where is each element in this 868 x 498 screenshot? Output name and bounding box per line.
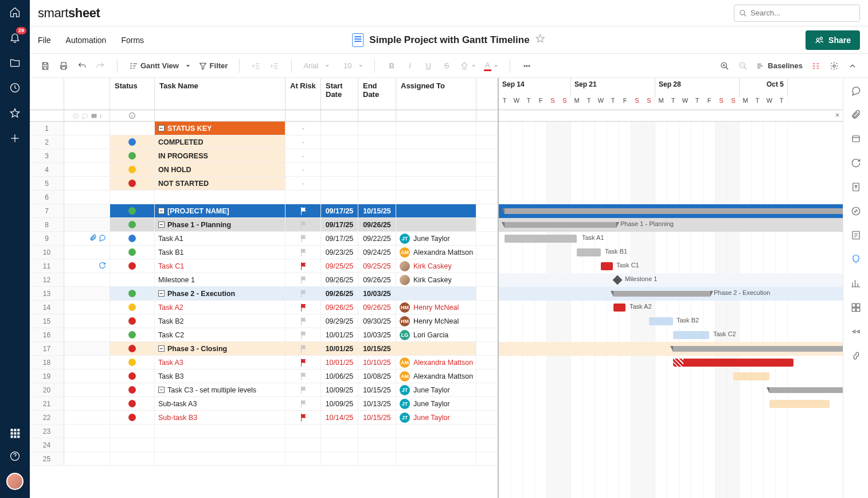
gantt-bar[interactable] [673,331,709,339]
start-header[interactable]: Start Date [321,78,358,110]
risk-cell[interactable] [286,190,321,204]
gantt-summary-bar[interactable] [769,387,843,393]
assigned-to-cell[interactable] [396,122,476,135]
conversations-icon[interactable] [850,85,862,96]
help-icon[interactable] [9,450,21,462]
text-color-icon[interactable]: A [482,58,501,74]
gantt-summary-bar[interactable] [505,208,843,214]
start-date-cell[interactable]: 10/01/25 [321,356,358,369]
gantt-summary-bar[interactable] [673,346,843,352]
start-date-cell[interactable] [321,190,358,204]
start-date-cell[interactable]: 09/17/25 [321,232,358,245]
underline-icon[interactable]: U [421,58,436,74]
start-date-cell[interactable]: 10/09/25 [321,383,358,396]
start-date-cell[interactable] [321,122,358,135]
row-number[interactable]: 21 [30,397,64,410]
assigned-to-cell[interactable]: JTJune Taylor [396,411,476,424]
start-date-cell[interactable]: 09/23/25 [321,246,358,259]
assigned-to-cell[interactable] [396,438,476,452]
row-number[interactable]: 5 [30,177,64,190]
grid-row[interactable]: 9Task A109/17/2509/22/25JTJune Taylor [30,232,498,246]
risk-cell[interactable]: - [286,149,321,162]
browse-icon[interactable] [9,56,21,69]
assign-header[interactable]: Assigned To [396,78,476,110]
task-cell[interactable]: IN PROGRESS [155,149,286,162]
start-date-cell[interactable]: 10/14/25 [321,411,358,424]
end-date-cell[interactable]: 10/15/25 [358,342,396,355]
grid-row[interactable]: 18Task A310/01/2510/10/25AMAlexandra Mat… [30,356,498,369]
summary-icon[interactable] [850,229,862,241]
start-date-cell[interactable]: 09/25/25 [321,259,358,273]
assigned-to-cell[interactable] [396,149,476,162]
risk-header[interactable]: At Risk [286,78,321,110]
start-date-cell[interactable]: 10/06/25 [321,369,358,383]
status-cell[interactable] [110,301,155,314]
assigned-to-cell[interactable]: HMHenry McNeal [396,301,476,314]
brand-logo[interactable]: smartsheet [38,6,100,21]
end-date-cell[interactable] [358,149,396,162]
status-header[interactable]: Status [110,78,155,110]
grid-row[interactable]: 16Task C210/01/2510/03/25LGLori Garcia [30,328,498,342]
gantt-close-icon[interactable]: × [835,111,839,119]
app-launcher-icon[interactable] [9,427,21,439]
collapse-toggle[interactable]: − [158,221,165,228]
row-number[interactable]: 10 [30,246,64,259]
row-number[interactable]: 25 [30,452,64,465]
status-cell[interactable] [110,149,155,162]
task-cell[interactable] [155,438,286,452]
grid-row[interactable]: 17−Phase 3 - Closing10/01/2510/15/25 [30,342,498,356]
home-icon[interactable] [9,6,21,18]
indent-icon[interactable] [267,58,282,74]
assigned-to-cell[interactable]: JTJune Taylor [396,397,476,410]
risk-cell[interactable] [286,287,321,300]
status-cell[interactable] [110,190,155,204]
assigned-to-cell[interactable] [396,218,476,231]
end-date-cell[interactable]: 10/15/25 [358,383,396,396]
risk-cell[interactable]: - [286,122,321,135]
risk-cell[interactable] [286,342,321,355]
attach-icon[interactable] [89,234,97,243]
task-cell[interactable]: Task A3 [155,356,286,369]
gantt-summary-bar[interactable] [505,222,616,228]
collapse-toggle[interactable]: − [158,290,165,297]
row-number[interactable]: 13 [30,287,64,300]
status-cell[interactable] [110,425,155,438]
zoom-out-icon[interactable] [736,58,750,74]
risk-cell[interactable] [286,425,321,438]
status-cell[interactable] [110,356,155,369]
end-date-cell[interactable] [358,438,396,452]
end-date-cell[interactable] [358,177,396,190]
end-date-cell[interactable] [358,163,396,176]
attachments-icon[interactable] [850,109,862,120]
share-button[interactable]: Share [806,30,860,50]
assigned-to-cell[interactable]: AMAlexandra Mattson [396,369,476,383]
undo-icon[interactable] [75,58,89,74]
row-number[interactable]: 7 [30,204,64,217]
end-date-cell[interactable]: 09/25/25 [358,259,396,273]
end-date-cell[interactable]: 10/03/25 [358,287,396,300]
more-icon[interactable] [519,58,534,74]
filter-button[interactable]: Filter [196,58,230,74]
start-date-cell[interactable] [321,452,358,465]
task-cell[interactable]: Task B2 [155,314,286,328]
grid-row[interactable]: 15Task B209/29/2509/30/25HMHenry McNeal [30,314,498,328]
grid-row[interactable]: 3IN PROGRESS- [30,149,498,163]
end-date-cell[interactable] [358,425,396,438]
collapse-toggle[interactable]: − [158,345,165,352]
status-cell[interactable] [110,328,155,341]
assigned-to-cell[interactable]: HMHenry McNeal [396,314,476,328]
font-size-select[interactable]: 10 [341,58,365,74]
end-date-cell[interactable]: 09/30/25 [358,314,396,328]
row-number[interactable]: 23 [30,425,64,438]
collapse-toggle[interactable]: − [158,387,165,393]
row-number[interactable]: 9 [30,232,64,245]
status-cell[interactable] [110,246,155,259]
grid-row[interactable]: 20−Task C3 - set multiple levels10/09/25… [30,383,498,397]
end-date-cell[interactable] [358,190,396,204]
risk-cell[interactable]: - [286,177,321,190]
risk-cell[interactable] [286,246,321,259]
assigned-to-cell[interactable] [396,135,476,149]
grid-row[interactable]: 6 [30,190,498,204]
start-date-cell[interactable]: 09/26/25 [321,273,358,286]
sheet-title[interactable]: Simple Project with Gantt Timeline [369,34,529,46]
